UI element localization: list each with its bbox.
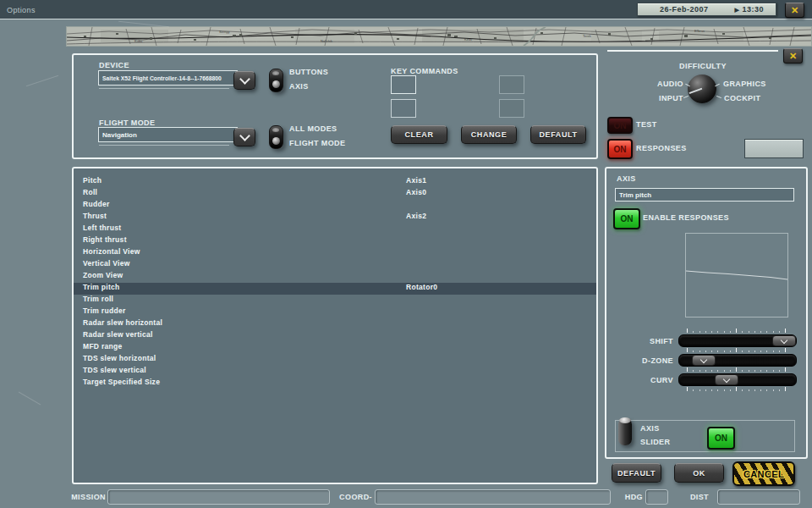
slider-track-shift[interactable] bbox=[678, 334, 797, 347]
device-field-underline bbox=[99, 88, 229, 89]
axis-panel-label: AXIS bbox=[617, 174, 636, 183]
enable-responses-button[interactable]: ON bbox=[613, 208, 640, 229]
panel-close-button[interactable]: ✕ bbox=[783, 48, 803, 64]
cockpit-label: COCKPIT bbox=[724, 94, 760, 102]
slider-on-button[interactable]: ON bbox=[707, 427, 735, 450]
command-name: Vertical View bbox=[83, 259, 130, 268]
slider-label-shift: SHIFT bbox=[650, 337, 673, 345]
list-row[interactable]: Horizontal View bbox=[74, 247, 596, 259]
slider-handle-shift[interactable] bbox=[772, 335, 796, 346]
options-screen: Options 26-Feb-2007 ▶ 13:30 ✕ bbox=[0, 0, 812, 508]
buttons-axis-toggle[interactable] bbox=[269, 69, 283, 92]
list-row[interactable]: Trim rudder bbox=[74, 306, 596, 318]
axis-name-field[interactable]: Trim pitch bbox=[615, 188, 794, 202]
toggle-knob bbox=[272, 137, 280, 145]
tick-scale bbox=[687, 328, 785, 333]
list-row[interactable]: Radar slew horizontal bbox=[74, 318, 596, 330]
enable-responses-label: ENABLE RESPONSES bbox=[643, 213, 729, 222]
close-button[interactable]: ✕ bbox=[785, 3, 804, 18]
list-row[interactable]: Zoom View bbox=[74, 271, 596, 283]
command-name: Trim roll bbox=[83, 295, 113, 303]
test-button[interactable]: ON bbox=[607, 117, 633, 134]
list-row[interactable]: Right thrust bbox=[74, 235, 596, 247]
device-dropdown-button[interactable] bbox=[233, 71, 255, 90]
ok-button[interactable]: OK bbox=[674, 463, 724, 483]
slider-track-dzone[interactable] bbox=[678, 354, 797, 367]
command-binding: Axis0 bbox=[406, 188, 426, 196]
svg-text:Kirov: Kirov bbox=[464, 37, 472, 41]
command-name: TDS slew vertical bbox=[83, 366, 146, 374]
list-row[interactable]: Trim pitchRotator0 bbox=[74, 283, 596, 295]
key-command-slot[interactable] bbox=[391, 99, 416, 118]
change-button[interactable]: CHANGE bbox=[461, 125, 517, 144]
dist-field[interactable] bbox=[717, 489, 800, 505]
list-row[interactable]: Radar slew vertical bbox=[74, 330, 596, 342]
svg-text:Nal'chik: Nal'chik bbox=[321, 39, 332, 43]
toggle-axis-label: AXIS bbox=[640, 424, 660, 433]
close-icon: ✕ bbox=[789, 51, 797, 62]
command-name: Thrust bbox=[83, 212, 107, 220]
difficulty-label: DIFFICULTY bbox=[665, 62, 741, 70]
buttons-label: BUTTONS bbox=[289, 68, 328, 76]
command-binding: Axis1 bbox=[406, 176, 426, 185]
slider-track-curv[interactable] bbox=[678, 373, 797, 386]
flight-mode-field[interactable]: Navigation bbox=[98, 127, 238, 142]
list-row[interactable]: ThrustAxis2 bbox=[74, 212, 596, 224]
tick-scale bbox=[687, 367, 785, 372]
device-field[interactable]: Saitek X52 Flight Controller-14-8--1-766… bbox=[98, 70, 238, 86]
command-name: Left thrust bbox=[83, 224, 121, 232]
command-name: Target Specified Size bbox=[83, 378, 160, 386]
close-icon: ✕ bbox=[791, 5, 798, 16]
list-row[interactable]: RollAxis0 bbox=[74, 188, 596, 200]
command-name: TDS slew horizontal bbox=[83, 354, 156, 362]
datetime-display: 26-Feb-2007 ▶ 13:30 bbox=[637, 3, 776, 16]
list-row[interactable]: TDS slew vertical bbox=[74, 366, 596, 378]
axis-slider-toggle[interactable] bbox=[618, 418, 632, 445]
flight-mode-dropdown-button[interactable] bbox=[233, 128, 255, 146]
difficulty-knob[interactable] bbox=[688, 75, 716, 103]
slider-handle-curv[interactable] bbox=[715, 374, 738, 385]
list-row[interactable]: TDS slew horizontal bbox=[74, 354, 596, 366]
key-command-slot[interactable] bbox=[499, 75, 524, 94]
hdg-field[interactable] bbox=[645, 489, 668, 505]
mission-field[interactable] bbox=[107, 489, 330, 505]
default-button[interactable]: DEFAULT bbox=[612, 463, 661, 483]
list-row[interactable]: Trim roll bbox=[74, 295, 596, 306]
all-modes-toggle[interactable] bbox=[269, 125, 283, 149]
chevron-down-icon bbox=[700, 356, 707, 362]
svg-text:Sernyy: Sernyy bbox=[219, 30, 229, 34]
map-image: SernyyKirovEl'brusNal'chikTerekKuba bbox=[67, 27, 811, 46]
list-row[interactable]: Target Specified Size bbox=[74, 378, 596, 389]
svg-text:Terek: Terek bbox=[583, 34, 591, 38]
key-default-button[interactable]: DEFAULT bbox=[530, 125, 586, 144]
svg-text:Kuba: Kuba bbox=[134, 39, 143, 43]
axis-label: AXIS bbox=[289, 82, 309, 91]
list-row[interactable]: PitchAxis1 bbox=[74, 176, 596, 188]
command-name: Rudder bbox=[83, 200, 110, 208]
list-row[interactable]: Left thrust bbox=[74, 224, 596, 235]
coord-field[interactable] bbox=[375, 489, 611, 505]
chevron-down-icon bbox=[781, 336, 787, 343]
chevron-down-icon bbox=[723, 375, 730, 382]
clear-button[interactable]: CLEAR bbox=[391, 125, 447, 144]
responses-value-field[interactable] bbox=[744, 139, 804, 158]
input-label: INPUT bbox=[659, 94, 683, 102]
key-command-slot[interactable] bbox=[499, 99, 524, 118]
command-binding: Axis2 bbox=[406, 212, 426, 220]
slider-handle-dzone[interactable] bbox=[692, 355, 716, 366]
slider-label-dzone: D-ZONE bbox=[642, 356, 673, 365]
coord-label: COORD- bbox=[339, 493, 372, 501]
knob-pointer bbox=[689, 88, 703, 94]
axis-name-value: Trim pitch bbox=[619, 191, 651, 199]
hdg-label: HDG bbox=[625, 493, 643, 501]
all-modes-label: ALL MODES bbox=[289, 124, 337, 133]
list-row[interactable]: Vertical View bbox=[74, 259, 596, 271]
flight-mode-value: Navigation bbox=[102, 131, 137, 139]
command-name: Right thrust bbox=[83, 235, 127, 244]
responses-button[interactable]: ON bbox=[607, 139, 633, 159]
key-command-slot[interactable] bbox=[391, 75, 416, 94]
cancel-button[interactable]: CANCEL bbox=[732, 461, 795, 486]
list-row[interactable]: Rudder bbox=[74, 200, 596, 212]
list-row[interactable]: MFD range bbox=[74, 342, 596, 354]
mission-label: MISSION bbox=[71, 493, 106, 501]
